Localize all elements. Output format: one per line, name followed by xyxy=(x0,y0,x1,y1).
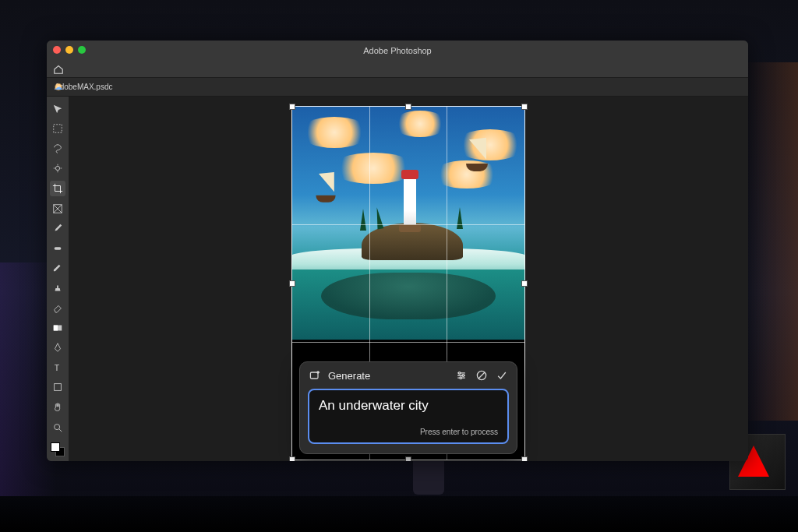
crop-handle[interactable] xyxy=(521,456,528,461)
commit-icon[interactable] xyxy=(495,368,509,382)
svg-rect-14 xyxy=(310,372,318,379)
prompt-text: An underwater city xyxy=(319,398,498,417)
settings-icon[interactable] xyxy=(454,368,468,382)
crop-handle[interactable] xyxy=(521,280,528,287)
svg-text:T: T xyxy=(55,362,60,372)
eyedropper-tool[interactable] xyxy=(50,220,65,236)
shape-tool[interactable] xyxy=(50,380,65,396)
crop-handle[interactable] xyxy=(405,104,411,110)
generate-icon xyxy=(308,368,322,382)
generative-prompt-input[interactable]: An underwater city Press enter to proces… xyxy=(308,389,509,444)
stage-accent-right xyxy=(743,62,798,421)
svg-rect-2 xyxy=(54,125,62,133)
crop-handle[interactable] xyxy=(289,104,295,110)
app-title: Adobe Photoshop xyxy=(363,46,431,55)
brush-tool[interactable] xyxy=(50,260,65,276)
document-tab[interactable]: ☁ AdobeMAX.psdc xyxy=(47,78,748,97)
minimize-icon[interactable] xyxy=(65,46,73,54)
svg-line-13 xyxy=(59,428,62,432)
document-filename: AdobeMAX.psdc xyxy=(55,83,113,91)
crop-handle[interactable] xyxy=(405,456,411,461)
svg-point-12 xyxy=(55,424,60,429)
svg-line-20 xyxy=(478,372,485,379)
canvas-wrap: Generate An underwater city xyxy=(291,106,525,460)
crop-handle[interactable] xyxy=(289,280,295,287)
gradient-tool[interactable] xyxy=(50,320,65,336)
quick-select-tool[interactable] xyxy=(50,161,65,177)
svg-point-16 xyxy=(458,372,461,375)
crop-handle[interactable] xyxy=(289,456,295,461)
prompt-hint: Press enter to process xyxy=(319,428,498,436)
lasso-tool[interactable] xyxy=(50,141,65,157)
eraser-tool[interactable] xyxy=(50,300,65,315)
audience-silhouette xyxy=(0,496,798,532)
pen-tool[interactable] xyxy=(50,340,65,356)
tools-panel: T xyxy=(47,97,69,461)
workspace: T xyxy=(47,97,748,461)
home-icon[interactable] xyxy=(53,64,64,75)
foreground-background-colors[interactable] xyxy=(51,442,65,456)
move-tool[interactable] xyxy=(50,101,65,117)
close-icon[interactable] xyxy=(53,46,61,54)
svg-point-18 xyxy=(460,377,462,379)
clone-stamp-tool[interactable] xyxy=(50,280,65,296)
options-bar xyxy=(47,61,748,78)
window-titlebar: Adobe Photoshop xyxy=(47,41,748,61)
marquee-tool[interactable] xyxy=(50,122,65,137)
type-tool[interactable]: T xyxy=(50,360,65,375)
svg-rect-9 xyxy=(54,325,58,330)
frame-tool[interactable] xyxy=(50,201,65,217)
zoom-tool[interactable] xyxy=(50,420,65,435)
cancel-icon[interactable] xyxy=(475,368,489,382)
canvas-area[interactable]: Generate An underwater city xyxy=(69,97,748,461)
svg-point-17 xyxy=(462,375,464,377)
photoshop-window: Adobe Photoshop ☁ AdobeMAX.psdc T xyxy=(47,41,748,461)
maximize-icon[interactable] xyxy=(78,46,86,54)
svg-rect-11 xyxy=(55,384,62,391)
svg-rect-7 xyxy=(55,247,62,250)
svg-point-3 xyxy=(55,167,59,171)
hand-tool[interactable] xyxy=(50,400,65,415)
window-controls[interactable] xyxy=(53,46,86,54)
healing-brush-tool[interactable] xyxy=(50,241,65,256)
contextual-taskbar[interactable]: Generate An underwater city xyxy=(299,361,517,454)
crop-tool[interactable] xyxy=(50,181,65,196)
generate-label: Generate xyxy=(328,370,370,382)
cloud-icon: ☁ xyxy=(55,83,62,91)
crop-handle[interactable] xyxy=(521,104,528,110)
